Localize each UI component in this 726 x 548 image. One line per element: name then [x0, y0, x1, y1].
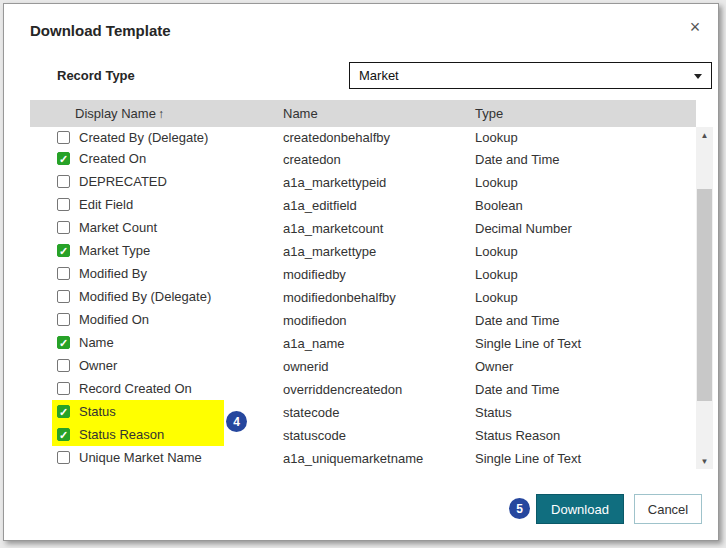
- scrollbar-down-icon[interactable]: ▼: [696, 453, 713, 469]
- row-checkbox[interactable]: [57, 152, 70, 165]
- row-checkbox[interactable]: [57, 313, 70, 326]
- row-left: Owner: [52, 354, 127, 377]
- close-icon[interactable]: ×: [684, 16, 706, 38]
- column-header-type[interactable]: Type: [475, 100, 503, 127]
- row-type: Boolean: [475, 197, 523, 212]
- row-display-name: Modified By: [79, 266, 147, 281]
- row-left: Edit Field: [52, 193, 143, 216]
- record-type-label: Record Type: [57, 68, 135, 83]
- row-display-name: Edit Field: [79, 197, 133, 212]
- row-name: modifiedon: [283, 312, 347, 327]
- row-name: createdon: [283, 151, 341, 166]
- table-row[interactable]: Name a1a_name Single Line of Text: [30, 331, 696, 354]
- table-row[interactable]: Created On createdon Date and Time: [30, 147, 696, 170]
- row-display-name: Name: [79, 335, 114, 350]
- table-row[interactable]: DEPRECATED a1a_markettypeid Lookup: [30, 170, 696, 193]
- row-name: a1a_markettypeid: [283, 174, 386, 189]
- row-checkbox[interactable]: [57, 244, 70, 257]
- row-left: Status Reason: [52, 423, 224, 446]
- row-display-name: Market Type: [79, 243, 150, 258]
- table-row[interactable]: Status statecode Status: [30, 400, 696, 423]
- scrollbar-thumb[interactable]: [697, 189, 712, 401]
- dropdown-arrow-icon: [694, 74, 702, 79]
- row-display-name: Status: [79, 404, 116, 419]
- row-left: DEPRECATED: [52, 170, 177, 193]
- table-row[interactable]: Market Type a1a_markettype Lookup: [30, 239, 696, 262]
- table-row[interactable]: Record Created On overriddencreatedon Da…: [30, 377, 696, 400]
- table-row[interactable]: Edit Field a1a_editfield Boolean: [30, 193, 696, 216]
- row-name: statecode: [283, 404, 339, 419]
- scrollbar-up-icon[interactable]: ▲: [696, 127, 713, 143]
- row-display-name: Unique Market Name: [79, 450, 202, 465]
- table-row[interactable]: Owner ownerid Owner: [30, 354, 696, 377]
- row-display-name: Modified By (Delegate): [79, 289, 211, 304]
- table-row[interactable]: Unique Market Name a1a_uniquemarketname …: [30, 446, 696, 469]
- row-type: Single Line of Text: [475, 450, 581, 465]
- row-display-name: Created By (Delegate): [79, 130, 208, 145]
- table-header: Display Name ↑ Name Type: [30, 100, 696, 127]
- row-checkbox[interactable]: [57, 267, 70, 280]
- row-checkbox[interactable]: [57, 428, 70, 441]
- row-checkbox[interactable]: [57, 198, 70, 211]
- row-left: Status: [52, 400, 224, 423]
- row-left: Market Count: [52, 216, 167, 239]
- row-name: a1a_uniquemarketname: [283, 450, 423, 465]
- row-checkbox[interactable]: [57, 405, 70, 418]
- row-checkbox[interactable]: [57, 175, 70, 188]
- row-type: Lookup: [475, 130, 518, 145]
- row-name: a1a_editfield: [283, 197, 357, 212]
- row-left: Created On: [52, 147, 156, 170]
- row-left: Modified On: [52, 308, 159, 331]
- record-type-select[interactable]: Market: [349, 62, 712, 89]
- row-left: Created By (Delegate): [52, 127, 218, 147]
- row-type: Date and Time: [475, 151, 560, 166]
- row-type: Date and Time: [475, 312, 560, 327]
- row-display-name: Created On: [79, 151, 146, 166]
- table-scrollbar[interactable]: ▲ ▼: [696, 127, 713, 469]
- row-type: Owner: [475, 358, 513, 373]
- table-body: Created By (Delegate) createdonbehalfby …: [30, 127, 696, 469]
- annotation-step-5-badge: 5: [509, 498, 530, 519]
- table-row[interactable]: Created By (Delegate) createdonbehalfby …: [30, 127, 696, 147]
- row-display-name: Status Reason: [79, 427, 164, 442]
- table-row[interactable]: Status Reason statuscode Status Reason: [30, 423, 696, 446]
- download-button[interactable]: Download: [536, 494, 624, 524]
- row-left: Unique Market Name: [52, 446, 212, 469]
- row-name: statuscode: [283, 427, 346, 442]
- row-name: modifiedonbehalfby: [283, 289, 396, 304]
- row-checkbox[interactable]: [57, 359, 70, 372]
- column-header-display-name[interactable]: Display Name ↑: [75, 100, 164, 127]
- row-display-name: DEPRECATED: [79, 174, 167, 189]
- row-type: Status: [475, 404, 512, 419]
- row-left: Modified By: [52, 262, 157, 285]
- table-row[interactable]: Modified By modifiedby Lookup: [30, 262, 696, 285]
- cancel-button[interactable]: Cancel: [634, 494, 702, 524]
- row-checkbox[interactable]: [57, 131, 70, 144]
- row-checkbox[interactable]: [57, 336, 70, 349]
- dialog-title: Download Template: [30, 22, 171, 39]
- row-type: Date and Time: [475, 381, 560, 396]
- table-row[interactable]: Modified By (Delegate) modifiedonbehalfb…: [30, 285, 696, 308]
- record-type-value: Market: [359, 68, 399, 83]
- row-checkbox[interactable]: [57, 221, 70, 234]
- row-checkbox[interactable]: [57, 290, 70, 303]
- row-checkbox[interactable]: [57, 451, 70, 464]
- row-name: a1a_marketcount: [283, 220, 383, 235]
- column-header-name[interactable]: Name: [283, 100, 318, 127]
- row-display-name: Owner: [79, 358, 117, 373]
- row-display-name: Record Created On: [79, 381, 192, 396]
- row-checkbox[interactable]: [57, 382, 70, 395]
- row-display-name: Market Count: [79, 220, 157, 235]
- row-name: modifiedby: [283, 266, 346, 281]
- row-type: Status Reason: [475, 427, 560, 442]
- row-type: Lookup: [475, 174, 518, 189]
- row-left: Modified By (Delegate): [52, 285, 221, 308]
- row-left: Name: [52, 331, 124, 354]
- annotation-step-4-badge: 4: [226, 411, 247, 432]
- download-template-dialog: Download Template × Record Type Market D…: [3, 3, 719, 541]
- table-row[interactable]: Modified On modifiedon Date and Time: [30, 308, 696, 331]
- row-left: Record Created On: [52, 377, 202, 400]
- row-name: overriddencreatedon: [283, 381, 402, 396]
- row-type: Decimal Number: [475, 220, 572, 235]
- table-row[interactable]: Market Count a1a_marketcount Decimal Num…: [30, 216, 696, 239]
